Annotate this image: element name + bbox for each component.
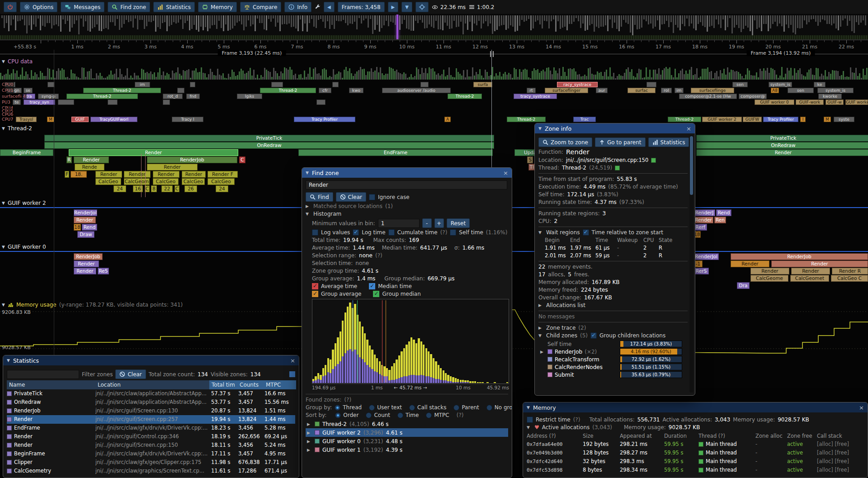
timeline-zone-dra[interactable]: Dra <box>737 282 750 289</box>
timeline-zone-f[interactable]: F <box>65 171 69 178</box>
collapse-icon[interactable]: ▼ <box>2 245 5 249</box>
timeline-zone-privatetick[interactable]: PrivateTick <box>696 135 868 142</box>
expand-icon[interactable]: ▶ <box>307 448 312 452</box>
column-header-appeared-at[interactable]: Appeared at <box>620 432 664 440</box>
collapse-icon[interactable]: ▼ <box>306 212 311 216</box>
filter-zones-input[interactable] <box>7 370 79 379</box>
cpu-zone[interactable]: M <box>824 117 831 122</box>
timeline-zone-render[interactable]: Render <box>69 149 238 156</box>
memory-titlebar[interactable]: ▼ Memory × <box>523 402 868 412</box>
cs-cell[interactable]: [alloc] [free] <box>817 440 862 449</box>
cpu-zone[interactable]: tracy_syn <box>24 99 55 105</box>
close-icon[interactable]: × <box>859 404 864 411</box>
cpu-zone[interactable]: se <box>24 88 33 93</box>
cpu-zone[interactable]: surfaceflinger <box>545 88 588 93</box>
toolbar-button-compare[interactable]: Compare <box>240 2 281 12</box>
frame-label[interactable]: Frame 3,193 (22.45 ms) <box>218 50 286 56</box>
timeline-zone-renderjob[interactable]: RenderJob <box>74 253 103 260</box>
scroll-grip[interactable] <box>289 371 295 377</box>
cpu-zone[interactable] <box>108 99 118 105</box>
radio-group-by-parent[interactable]: Parent <box>453 404 479 411</box>
sort-by-radio-button[interactable] <box>366 412 372 418</box>
help-marker[interactable]: (?) <box>457 412 464 418</box>
wait-regions-label[interactable]: Wait regions <box>546 229 580 236</box>
collapse-icon[interactable]: ▼ <box>538 126 542 131</box>
statistics-row[interactable]: Renderjni/../jni/src/guif/Screen.cpp:150… <box>7 441 295 450</box>
cpu-zone[interactable]: GUIF-work <box>796 99 824 105</box>
column-header-total-tim[interactable]: Total tim <box>209 380 237 389</box>
child-zone-row[interactable]: ▶RenderJob(×2)4.16 ms (92.60%) <box>540 348 688 355</box>
cpu-zone[interactable]: im <box>675 88 684 93</box>
statistics-row[interactable]: OnRedrawjni/../jni/src/claw/application/… <box>7 398 295 407</box>
frame-labels-row[interactable]: Frame 3,193 (22.45 ms)Frame 3,194 (13.92… <box>0 50 868 58</box>
legend-checkbox-average-time[interactable] <box>312 283 318 289</box>
statistics-titlebar[interactable]: ▼ Statistics × <box>3 355 299 365</box>
cpu-zone[interactable]: M <box>47 117 54 122</box>
goto-frame-button[interactable] <box>415 2 429 12</box>
column-header-begin[interactable]: Begin <box>545 237 570 243</box>
matched-locations-label[interactable]: Matched source locations <box>313 203 382 209</box>
allocation-row[interactable]: 0x7dfc53d8988 bytes298.34 ms59.95 sMain … <box>527 466 864 474</box>
cpu-zone[interactable]: surfaceflinge <box>691 88 734 93</box>
cpu-zone[interactable]: rot_d <box>163 94 183 99</box>
cpu-zone[interactable]: Thread-2 <box>260 88 316 93</box>
thread-2-header[interactable]: ▼Thread-2 <box>0 125 868 132</box>
cpu-zone[interactable]: te <box>13 99 21 105</box>
log-values-checkbox[interactable] <box>312 229 318 236</box>
cpu-zone[interactable] <box>177 88 184 93</box>
collapse-icon[interactable]: ▼ <box>527 425 532 430</box>
address-cell[interactable]: 0x7dfc42d640 <box>527 457 583 466</box>
frame-overview-strip[interactable] <box>0 14 868 40</box>
close-icon[interactable]: × <box>686 125 691 132</box>
cpu-zone[interactable] <box>190 82 195 87</box>
scrollbar-thumb[interactable] <box>690 136 693 195</box>
timeline-zone-render[interactable]: Render <box>124 171 151 178</box>
column-header-time[interactable]: Time <box>595 237 617 243</box>
statistics-row[interactable]: EndFramejni/../jni/src/claw/gfx/drv/vk/D… <box>7 424 295 432</box>
cpu-zone[interactable]: fnd <box>186 94 200 99</box>
column-header-duration[interactable]: Duration <box>664 432 698 440</box>
toolbar-button-find-zone[interactable]: Find zone <box>108 2 150 12</box>
timeline-zone-render[interactable]: Render <box>731 260 769 267</box>
radio-group-by-no-groupi[interactable]: No groupi <box>486 404 512 411</box>
timeline-zone-onredraw[interactable]: OnRedraw <box>696 142 868 149</box>
allocation-row[interactable]: 0x7dfc42d64032 bytes298.3 ms59.95 sMain … <box>527 457 864 466</box>
column-header-cpu[interactable]: CPU <box>643 237 659 243</box>
cpu-zone[interactable]: syste <box>834 117 854 122</box>
statistics-row[interactable]: Renderjni/../jni/src/guif/Screen.cpp:257… <box>7 415 295 424</box>
timeline-zone-re5[interactable]: Re5 <box>98 268 109 274</box>
zone-trace-label[interactable]: Zone trace <box>546 325 576 331</box>
timeline-zone-calcgeome[interactable]: CalcGeome <box>750 275 788 282</box>
expand-icon[interactable]: ▶ <box>538 303 543 308</box>
ignore-case-checkbox[interactable] <box>369 194 375 200</box>
zone-info-button-zoom-to-zone[interactable]: Zoom to zone <box>538 137 592 147</box>
group-by-radio-button[interactable] <box>335 405 340 411</box>
cpu-zone[interactable]: rt <box>527 88 536 93</box>
timeline-zone-render[interactable]: Render <box>182 171 206 178</box>
timeline-zone-rend[interactable]: Rend <box>716 209 731 216</box>
timeline-zone-render[interactable]: Render <box>153 171 179 178</box>
radio-sort-by-order[interactable]: Order <box>335 412 359 418</box>
wrench-icon[interactable] <box>315 4 321 10</box>
cpu-zone[interactable]: GUIF worker 1 <box>845 99 868 105</box>
active-allocations-section-label[interactable]: Active allocations <box>542 424 590 431</box>
cpu-zone[interactable]: tracy_systrace <box>514 94 557 99</box>
cpu-zone[interactable]: GUIF worker 2 <box>702 117 742 122</box>
expand-icon[interactable]: ▶ <box>306 204 311 208</box>
thread-value[interactable]: Thread-2 <box>562 165 586 171</box>
statistics-row[interactable]: BeginFramejni/../jni/src/claw/gfx/drv/vk… <box>7 450 295 458</box>
radio-sort-by-count[interactable]: Count <box>366 412 390 418</box>
cpu-zone[interactable]: GUIF worker 0 <box>755 99 794 105</box>
cpu-zone[interactable]: Tracy Profiler <box>763 117 798 122</box>
collapse-icon[interactable]: ▼ <box>538 230 543 235</box>
zone-info-button-go-to-parent[interactable]: Go to parent <box>595 137 646 147</box>
timeline-zone-render[interactable]: Render <box>750 268 789 274</box>
timeline-zone-calcgeo[interactable]: CalcGeo <box>208 178 235 185</box>
radio-group-by-call-stacks[interactable]: Call stacks <box>409 404 446 411</box>
column-header-counts[interactable]: Counts <box>237 380 264 389</box>
timeline-zone-c[interactable]: C <box>239 156 245 163</box>
reset-button[interactable]: Reset <box>447 218 470 228</box>
collapse-icon[interactable]: ▼ <box>2 303 5 307</box>
timeline-zone-rerf[interactable]: Rerf <box>693 224 707 231</box>
timeline-zone-renderj[interactable]: RenderJ <box>693 209 715 216</box>
